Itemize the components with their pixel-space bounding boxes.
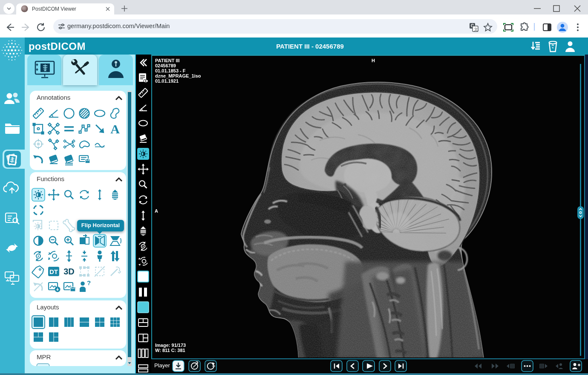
svg-text:文: 文	[474, 27, 478, 32]
svg-text:A: A	[110, 122, 120, 136]
svg-text:DT: DT	[49, 268, 58, 275]
svg-text:3D: 3D	[63, 267, 75, 276]
svg-text:?: ?	[87, 279, 91, 286]
